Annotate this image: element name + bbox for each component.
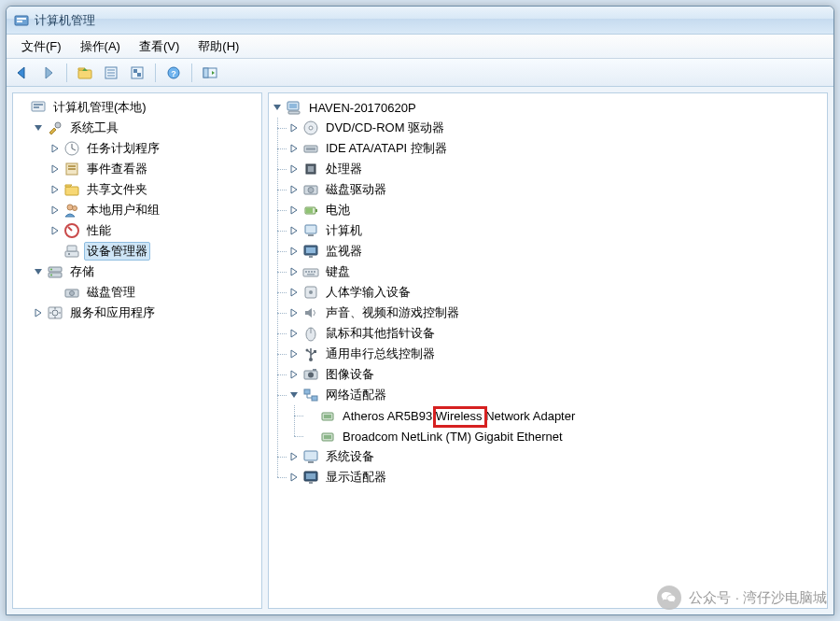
- tree-performance[interactable]: 性能: [49, 220, 261, 241]
- svg-rect-82: [306, 473, 315, 479]
- expand-icon[interactable]: [287, 265, 301, 278]
- menu-view[interactable]: 查看(V): [130, 35, 189, 58]
- console-tree[interactable]: 计算机管理(本地) 系统工具: [13, 93, 261, 327]
- expand-icon[interactable]: [287, 245, 301, 258]
- cat-diskdrives[interactable]: 磁盘驱动器: [287, 179, 827, 200]
- tree-event-viewer[interactable]: 事件查看器: [49, 159, 261, 179]
- svg-rect-10: [137, 73, 141, 77]
- expand-icon[interactable]: [287, 327, 301, 340]
- expand-icon[interactable]: [287, 183, 301, 196]
- cat-computer[interactable]: 计算机: [287, 220, 827, 241]
- tools-icon: [47, 120, 63, 136]
- cat-sound[interactable]: 声音、视频和游戏控制器: [287, 303, 827, 323]
- menu-help[interactable]: 帮助(H): [189, 35, 248, 58]
- nav-forward-button[interactable]: [36, 62, 61, 84]
- collapse-icon[interactable]: [32, 265, 45, 278]
- expand-icon[interactable]: [287, 121, 301, 134]
- tree-label: 任务计划程序: [84, 139, 162, 158]
- cat-monitor[interactable]: 监视器: [287, 241, 827, 261]
- tree-label: 显示适配器: [323, 468, 389, 487]
- tree-system-tools[interactable]: 系统工具 任务计划程序: [32, 118, 261, 261]
- svg-point-48: [308, 188, 314, 193]
- help-button[interactable]: ?: [161, 62, 186, 84]
- refresh-button[interactable]: [125, 62, 149, 84]
- expand-icon[interactable]: [49, 142, 62, 155]
- cat-mouse[interactable]: 鼠标和其他指针设备: [287, 323, 827, 344]
- show-hide-button[interactable]: [198, 62, 222, 84]
- cat-imaging[interactable]: 图像设备: [287, 364, 827, 385]
- expand-icon[interactable]: [32, 306, 45, 319]
- folder-up-icon: [77, 65, 93, 80]
- expand-icon[interactable]: [49, 183, 62, 196]
- expand-icon[interactable]: [287, 286, 301, 299]
- svg-rect-55: [306, 247, 315, 253]
- collapse-icon[interactable]: [32, 121, 45, 134]
- properties-button[interactable]: [99, 62, 123, 84]
- toolbar-separator: [191, 64, 192, 82]
- cat-keyboard[interactable]: 键盘: [287, 261, 827, 282]
- svg-rect-39: [289, 104, 297, 108]
- storage-icon: [47, 263, 63, 280]
- svg-rect-3: [78, 70, 91, 78]
- cat-system-devices[interactable]: 系统设备: [287, 446, 827, 467]
- cat-battery[interactable]: 电池: [287, 200, 827, 220]
- expand-icon[interactable]: [49, 224, 62, 237]
- expand-icon[interactable]: [287, 471, 301, 484]
- tree-label: 磁盘管理: [84, 283, 138, 302]
- tree-disk-management[interactable]: 磁盘管理: [49, 282, 261, 303]
- expand-icon[interactable]: [287, 347, 301, 360]
- cat-cpu[interactable]: 处理器: [287, 159, 827, 179]
- device-root[interactable]: HAVEN-20170620P DVD/CD-ROM 驱动器 IDE ATA/A…: [271, 97, 827, 487]
- svg-rect-40: [288, 111, 300, 114]
- collapse-icon[interactable]: [271, 101, 284, 114]
- expand-icon[interactable]: [49, 162, 62, 176]
- tree-root[interactable]: 计算机管理(本地) 系统工具: [15, 97, 261, 323]
- tree-label: 共享文件夹: [84, 180, 150, 199]
- cat-usb[interactable]: 通用串行总线控制器: [287, 344, 827, 364]
- cat-network[interactable]: 网络适配器 Atheros AR5B93 Wireless Network Ad…: [287, 385, 827, 446]
- console-icon: [30, 99, 47, 116]
- svg-rect-28: [67, 246, 77, 251]
- nav-back-button[interactable]: [10, 62, 35, 84]
- folder-up-button[interactable]: [73, 62, 97, 84]
- tree-local-users[interactable]: 本地用户和组: [49, 200, 261, 220]
- users-icon: [63, 202, 80, 219]
- svg-rect-44: [306, 148, 315, 150]
- expand-icon[interactable]: [287, 450, 301, 463]
- tree-task-scheduler[interactable]: 任务计划程序: [49, 138, 261, 159]
- event-viewer-icon: [63, 161, 80, 177]
- cat-display[interactable]: 显示适配器: [287, 467, 827, 487]
- expand-icon[interactable]: [287, 204, 301, 217]
- tree-device-manager[interactable]: 设备管理器: [49, 241, 261, 261]
- expand-icon[interactable]: [287, 142, 301, 155]
- computer-icon: [286, 99, 302, 116]
- tree-label: 图像设备: [323, 365, 377, 384]
- tree-services-apps[interactable]: 服务和应用程序: [32, 303, 261, 323]
- menu-file[interactable]: 文件(F): [12, 35, 71, 58]
- menu-action[interactable]: 操作(A): [71, 35, 130, 58]
- cat-dvd[interactable]: DVD/CD-ROM 驱动器: [287, 118, 827, 138]
- titlebar[interactable]: 计算机管理: [7, 7, 833, 35]
- expand-icon[interactable]: [49, 204, 62, 217]
- nic-wireless[interactable]: Atheros AR5B93 Wireless Network Adapter: [304, 405, 827, 426]
- keyboard-icon: [302, 263, 319, 280]
- window-title: 计算机管理: [35, 12, 95, 29]
- toolbar-separator: [66, 64, 67, 82]
- svg-rect-58: [305, 271, 307, 273]
- expand-icon[interactable]: [287, 306, 301, 319]
- svg-rect-22: [68, 168, 76, 170]
- cat-hid[interactable]: 人体学输入设备: [287, 282, 827, 303]
- svg-rect-74: [312, 396, 317, 401]
- cat-ide[interactable]: IDE ATA/ATAPI 控制器: [287, 138, 827, 159]
- svg-rect-14: [203, 68, 208, 78]
- collapse-icon[interactable]: [287, 388, 301, 402]
- device-tree[interactable]: HAVEN-20170620P DVD/CD-ROM 驱动器 IDE ATA/A…: [269, 93, 827, 491]
- expand-icon[interactable]: [287, 162, 301, 176]
- svg-point-42: [309, 126, 313, 130]
- expand-icon[interactable]: [287, 224, 301, 237]
- expand-icon[interactable]: [287, 368, 301, 381]
- help-icon: ?: [166, 65, 181, 80]
- tree-storage[interactable]: 存储 磁盘管理: [32, 261, 261, 303]
- tree-shared-folders[interactable]: 共享文件夹: [49, 179, 261, 200]
- nic-ethernet[interactable]: Broadcom NetLink (TM) Gigabit Ethernet: [304, 426, 827, 446]
